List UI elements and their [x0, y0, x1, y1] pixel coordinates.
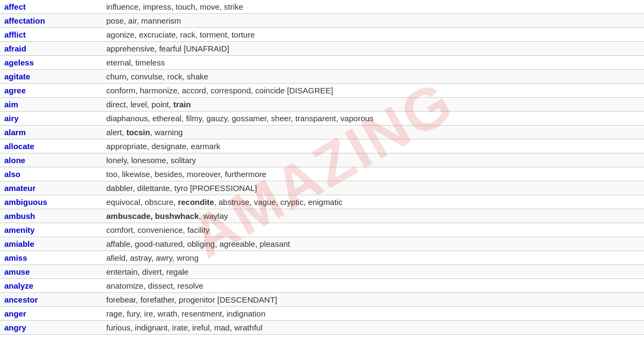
word-cell: amateur — [0, 181, 102, 195]
synonyms-cell: direct, level, point, train — [102, 98, 644, 112]
table-row: ambiguousequivocal, obscure, recondite, … — [0, 195, 644, 209]
synonyms-cell: anatomize, dissect, resolve — [102, 279, 644, 293]
word-cell: analyze — [0, 279, 102, 293]
table-row: afraidapprehensive, fearful [UNAFRAID] — [0, 42, 644, 56]
table-row: announceadvertise, broadcast, declar, pr… — [0, 335, 644, 339]
table-row: amiableaffable, good-natured, obliging, … — [0, 237, 644, 251]
word-cell: afraid — [0, 42, 102, 56]
table-row: agelesseternal, timeless — [0, 56, 644, 70]
synonyms-cell: appropriate, designate, earmark — [102, 139, 644, 153]
table-row: aimdirect, level, point, train — [0, 98, 644, 112]
table-row: affectationpose, air, mannerism — [0, 14, 644, 28]
table-row: alsotoo, likewise, besides, moreover, fu… — [0, 167, 644, 181]
table-row: analyzeanatomize, dissect, resolve — [0, 279, 644, 293]
synonyms-cell: apprehensive, fearful [UNAFRAID] — [102, 42, 644, 56]
word-cell: amiss — [0, 251, 102, 265]
synonyms-cell: afield, astray, awry, wrong — [102, 251, 644, 265]
table-row: ancestorforebear, forefather, progenitor… — [0, 293, 644, 307]
table-row: amuseentertain, divert, regale — [0, 265, 644, 279]
synonyms-cell: diaphanous, ethereal, filmy, gauzy, goss… — [102, 112, 644, 126]
table-row: amateurdabbler, dilettante, tyro [PROFES… — [0, 181, 644, 195]
word-cell: ambiguous — [0, 195, 102, 209]
synonyms-cell: forebear, forefather, progenitor [DESCEN… — [102, 293, 644, 307]
word-cell: amiable — [0, 237, 102, 251]
word-cell: affectation — [0, 14, 102, 28]
synonyms-cell: affable, good-natured, obliging, agreeab… — [102, 237, 644, 251]
table-row: amenitycomfort, convenience, facility — [0, 223, 644, 237]
word-cell: alarm — [0, 126, 102, 139]
synonyms-cell: eternal, timeless — [102, 56, 644, 70]
synonyms-cell: influence, impress, touch, move, strike — [102, 0, 644, 14]
table-row: agreeconform, harmonize, accord, corresp… — [0, 84, 644, 98]
synonyms-cell: alert, tocsin, warning — [102, 126, 644, 139]
synonyms-cell: agonize, excruciate, rack, torment, tort… — [102, 28, 644, 42]
table-row: alarmalert, tocsin, warning — [0, 126, 644, 139]
table-row: afflictagonize, excruciate, rack, tormen… — [0, 28, 644, 42]
synonyms-cell: conform, harmonize, accord, correspond, … — [102, 84, 644, 98]
word-cell: amuse — [0, 265, 102, 279]
synonyms-cell: too, likewise, besides, moreover, furthe… — [102, 167, 644, 181]
word-cell: announce — [0, 335, 102, 339]
word-cell: ageless — [0, 56, 102, 70]
word-cell: anger — [0, 307, 102, 321]
table-row: amissafield, astray, awry, wrong — [0, 251, 644, 265]
word-cell: aim — [0, 98, 102, 112]
word-cell: also — [0, 167, 102, 181]
thesaurus-table-container: AMAZING affectinfluence, impress, touch,… — [0, 0, 644, 338]
synonyms-cell: equivocal, obscure, recondite, abstruse,… — [102, 195, 644, 209]
table-row: alonelonely, lonesome, solitary — [0, 153, 644, 167]
word-cell: airy — [0, 112, 102, 126]
word-cell: ancestor — [0, 293, 102, 307]
table-row: angryfurious, indignant, irate, ireful, … — [0, 321, 644, 335]
synonyms-cell: furious, indignant, irate, ireful, mad, … — [102, 321, 644, 335]
synonyms-cell: entertain, divert, regale — [102, 265, 644, 279]
thesaurus-table: affectinfluence, impress, touch, move, s… — [0, 0, 644, 338]
synonyms-cell: ambuscade, bushwhack, waylay — [102, 209, 644, 223]
table-row: agitatechurn, convulse, rock, shake — [0, 70, 644, 84]
word-cell: angry — [0, 321, 102, 335]
word-cell: amenity — [0, 223, 102, 237]
synonyms-cell: lonely, lonesome, solitary — [102, 153, 644, 167]
table-row: ambushambuscade, bushwhack, waylay — [0, 209, 644, 223]
table-row: affectinfluence, impress, touch, move, s… — [0, 0, 644, 14]
table-row: angerrage, fury, ire, wrath, resentment,… — [0, 307, 644, 321]
synonyms-cell: advertise, broadcast, declar, proclaim, … — [102, 335, 644, 339]
synonyms-cell: pose, air, mannerism — [102, 14, 644, 28]
synonyms-cell: rage, fury, ire, wrath, resentment, indi… — [102, 307, 644, 321]
word-cell: agitate — [0, 70, 102, 84]
word-cell: afflict — [0, 28, 102, 42]
synonyms-cell: dabbler, dilettante, tyro [PROFESSIONAL] — [102, 181, 644, 195]
word-cell: alone — [0, 153, 102, 167]
synonyms-cell: comfort, convenience, facility — [102, 223, 644, 237]
synonyms-cell: churn, convulse, rock, shake — [102, 70, 644, 84]
word-cell: allocate — [0, 139, 102, 153]
word-cell: affect — [0, 0, 102, 14]
word-cell: ambush — [0, 209, 102, 223]
table-row: airydiaphanous, ethereal, filmy, gauzy, … — [0, 112, 644, 126]
table-row: allocateappropriate, designate, earmark — [0, 139, 644, 153]
word-cell: agree — [0, 84, 102, 98]
